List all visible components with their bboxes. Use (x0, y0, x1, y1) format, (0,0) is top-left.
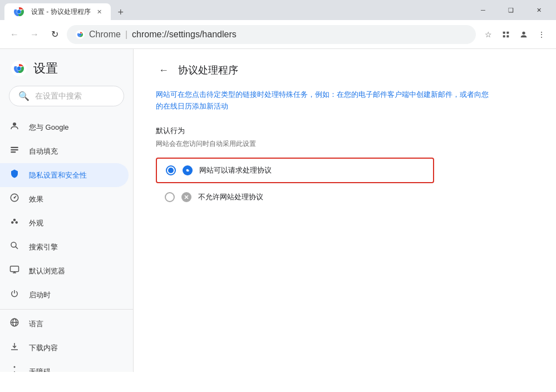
performance-icon (9, 193, 20, 205)
main-layout: 设置 🔍 在设置中搜索 您与 Google 自动填充 (0, 49, 556, 372)
settings-header: 设置 (0, 49, 133, 86)
window-controls: ─ ❑ ✕ (470, 1, 552, 19)
svg-point-14 (17, 67, 21, 71)
content-back-row: ← 协议处理程序 (156, 62, 534, 78)
svg-rect-16 (11, 147, 18, 148)
magnifier-icon (9, 241, 20, 253)
svg-rect-10 (506, 35, 509, 37)
tab-favicon (11, 4, 27, 19)
option-disallow[interactable]: 不允许网站处理协议 (156, 185, 434, 209)
download-icon (9, 341, 20, 354)
menu-button[interactable]: ⋮ (534, 27, 549, 42)
sidebar-item-autofill[interactable]: 自动填充 (0, 139, 129, 163)
sidebar-item-language[interactable]: 语言 (0, 312, 129, 336)
tab-title: 设置 - 协议处理程序 (31, 7, 91, 17)
maximize-button[interactable]: ❑ (498, 1, 524, 19)
disallow-icon (181, 192, 191, 202)
svg-point-23 (11, 221, 14, 224)
svg-point-15 (13, 122, 16, 126)
sidebar-item-label: 外观 (29, 218, 43, 228)
appearance-icon (9, 217, 20, 229)
svg-point-3 (17, 10, 21, 14)
svg-rect-17 (11, 149, 18, 150)
new-tab-button[interactable]: + (113, 4, 129, 20)
svg-point-21 (13, 219, 16, 222)
close-button[interactable]: ✕ (526, 1, 552, 19)
sidebar-item-label: 默认浏览器 (29, 266, 65, 276)
sidebar-item-search-engine[interactable]: 搜索引擎 (0, 235, 129, 259)
svg-rect-9 (503, 35, 505, 37)
svg-point-33 (14, 366, 16, 368)
sidebar-item-label: 无障碍 (29, 367, 51, 373)
svg-point-11 (522, 31, 525, 34)
page-title: 协议处理程序 (178, 63, 238, 77)
search-icon: 🔍 (18, 91, 29, 101)
site-icon (76, 30, 85, 39)
sidebar-item-startup[interactable]: 启动时 (0, 283, 129, 307)
svg-point-20 (14, 197, 16, 199)
extensions-icon (501, 30, 510, 39)
svg-rect-18 (11, 151, 16, 153)
sidebar-item-accessibility[interactable]: 无障碍 (0, 360, 129, 372)
sidebar-item-label: 自动填充 (29, 146, 58, 156)
sidebar-item-label: 效果 (29, 194, 43, 204)
link-icon (184, 167, 191, 174)
page-description: 网站可在您点击待定类型的链接时处理特殊任务，例如：在您的电子邮件客户端中创建新邮… (156, 89, 490, 112)
search-placeholder: 在设置中搜索 (35, 91, 82, 101)
power-icon (9, 288, 20, 301)
titlebar: 设置 - 协议处理程序 ✕ + ─ ❑ ✕ (0, 0, 556, 20)
chrome-label: Chrome (89, 30, 121, 40)
accessibility-icon (9, 365, 20, 372)
radio-disallow[interactable] (165, 192, 175, 202)
active-tab[interactable]: 设置 - 协议处理程序 ✕ (4, 3, 111, 20)
svg-line-25 (16, 247, 18, 249)
nav-divider-1 (0, 309, 133, 310)
sidebar-item-you-and-google[interactable]: 您与 Google (0, 115, 129, 139)
radio-allow[interactable] (166, 165, 176, 175)
toolbar-icons: ☆ ⋮ (480, 27, 549, 42)
content-area: ← 协议处理程序 网站可在您点击待定类型的链接时处理特殊任务，例如：在您的电子邮… (134, 49, 556, 372)
back-button-content[interactable]: ← (156, 62, 171, 78)
addressbar: ← → ↻ Chrome | chrome://settings/handler… (0, 20, 556, 49)
back-button[interactable]: ← (7, 27, 22, 42)
address-separator: | (125, 30, 127, 40)
sidebar-item-privacy-security[interactable]: 隐私设置和安全性 (0, 163, 129, 187)
sidebar-item-downloads[interactable]: 下载内容 (0, 336, 129, 360)
minimize-button[interactable]: ─ (470, 1, 496, 19)
extensions-button[interactable] (498, 27, 514, 42)
bookmark-button[interactable]: ☆ (480, 27, 496, 42)
sidebar-item-label: 搜索引擎 (29, 242, 58, 252)
profile-button[interactable] (516, 27, 532, 42)
chrome-logo (11, 61, 27, 76)
sidebar-item-default-browser[interactable]: 默认浏览器 (0, 259, 129, 283)
sidebar: 设置 🔍 在设置中搜索 您与 Google 自动填充 (0, 49, 134, 372)
shield-icon (9, 169, 20, 182)
allow-icon (183, 165, 193, 175)
section-subtitle: 网站会在您访问时自动采用此设置 (156, 139, 534, 149)
svg-rect-26 (11, 266, 19, 272)
monitor-icon (9, 264, 20, 277)
address-box[interactable]: Chrome | chrome://settings/handlers (67, 25, 476, 44)
sidebar-item-label: 语言 (29, 319, 43, 329)
profile-icon (519, 30, 528, 39)
sidebar-nav: 您与 Google 自动填充 隐私设置和安全性 (0, 115, 133, 372)
svg-point-22 (16, 221, 18, 224)
option-disallow-label: 不允许网站处理协议 (198, 192, 263, 202)
sidebar-item-label: 启动时 (29, 290, 51, 300)
block-icon (183, 194, 190, 200)
tab-close-button[interactable]: ✕ (95, 7, 104, 16)
option-allow[interactable]: 网站可以请求处理协议 (156, 158, 434, 183)
settings-search-box[interactable]: 🔍 在设置中搜索 (9, 86, 124, 106)
reload-button[interactable]: ↻ (47, 27, 62, 42)
option-allow-label: 网站可以请求处理协议 (199, 165, 272, 175)
sidebar-item-appearance[interactable]: 外观 (0, 211, 129, 235)
sidebar-item-label: 下载内容 (29, 343, 58, 353)
forward-button[interactable]: → (27, 27, 42, 42)
svg-point-35 (186, 169, 189, 171)
svg-rect-8 (506, 31, 509, 33)
section-title: 默认行为 (156, 126, 534, 136)
svg-point-24 (11, 242, 16, 247)
sidebar-item-performance[interactable]: 效果 (0, 187, 129, 211)
svg-rect-7 (503, 31, 505, 33)
sidebar-item-label: 您与 Google (29, 122, 69, 133)
